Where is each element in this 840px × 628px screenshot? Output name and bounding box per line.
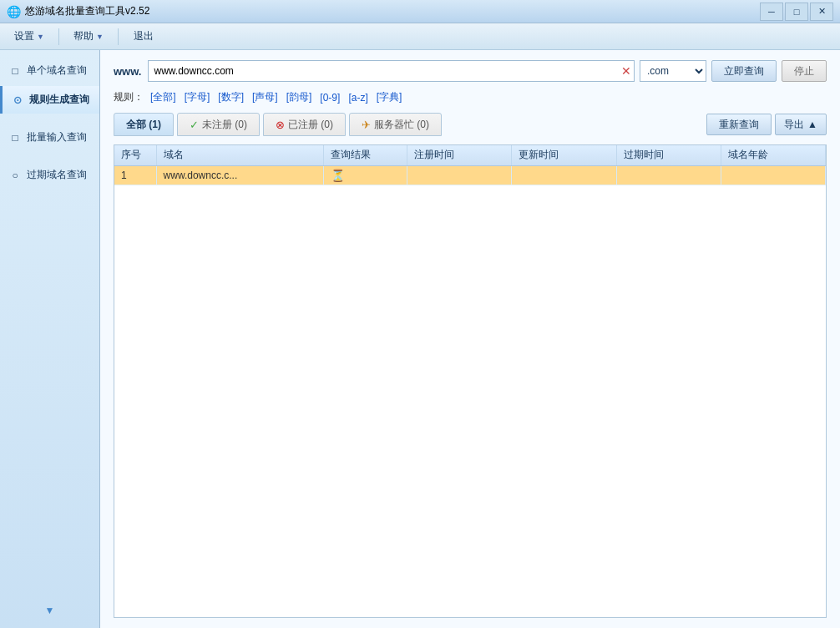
www-label: www.: [114, 65, 141, 78]
tab-all-label: 全部 (1): [126, 118, 161, 132]
col-header-update-time: 更新时间: [512, 145, 616, 165]
tab-registered[interactable]: ⊗ 已注册 (0): [263, 113, 346, 136]
requery-button[interactable]: 重新查询: [706, 114, 772, 135]
rule-gen-label: 规则生成查询: [29, 93, 89, 107]
table-header-row: 序号 域名 查询结果 注册时间 更新时间 过期时间 域名年龄: [114, 145, 826, 165]
tab-server-busy[interactable]: ✈ 服务器忙 (0): [349, 113, 442, 136]
rules-row: 规则： [全部] [字母] [数字] [声母] [韵母] [0-9] [a-z]…: [114, 90, 827, 104]
clear-input-icon[interactable]: ✕: [621, 65, 631, 77]
rule-number[interactable]: [数字]: [216, 90, 245, 104]
results-table: 序号 域名 查询结果 注册时间 更新时间 过期时间 域名年龄 1www.down…: [114, 145, 826, 185]
tab-unregistered[interactable]: ✓ 未注册 (0): [177, 113, 260, 136]
domain-input[interactable]: [148, 60, 635, 82]
settings-menu[interactable]: 设置 ▼: [7, 26, 52, 47]
tab-registered-label: 已注册 (0): [288, 118, 333, 132]
rules-label: 规则：: [114, 90, 144, 104]
col-header-result: 查询结果: [323, 145, 407, 165]
main-layout: □ 单个域名查询 ⊙ 规则生成查询 □ 批量输入查询 ○ 过期域名查询 ▼ ww…: [0, 50, 840, 628]
table-row[interactable]: 1www.downcc.c...⏳: [114, 165, 826, 185]
help-dropdown-arrow: ▼: [96, 33, 104, 41]
menu-bar: 设置 ▼ 帮助 ▼ 退出: [0, 23, 840, 50]
sidebar-item-expired-domain[interactable]: ○ 过期域名查询: [0, 161, 99, 189]
close-button[interactable]: ✕: [810, 3, 833, 21]
content-area: www. ✕ .com .net .org .cn .com.cn 立即查询 停…: [100, 50, 840, 628]
menu-separator-2: [118, 28, 119, 45]
sidebar: □ 单个域名查询 ⊙ 规则生成查询 □ 批量输入查询 ○ 过期域名查询 ▼: [0, 50, 100, 628]
loading-icon: ⏳: [331, 169, 345, 182]
window-controls: ─ □ ✕: [760, 3, 833, 21]
rule-final[interactable]: [韵母]: [285, 90, 314, 104]
registered-icon: ⊗: [276, 119, 285, 131]
help-menu[interactable]: 帮助 ▼: [66, 26, 111, 47]
results-table-wrapper: 序号 域名 查询结果 注册时间 更新时间 过期时间 域名年龄 1www.down…: [114, 144, 827, 618]
sidebar-item-single-domain[interactable]: □ 单个域名查询: [0, 57, 99, 84]
col-header-expire-time: 过期时间: [616, 145, 721, 165]
rule-09[interactable]: [0-9]: [318, 92, 342, 104]
tld-select[interactable]: .com .net .org .cn .com.cn: [640, 60, 706, 82]
table-body: 1www.downcc.c...⏳: [114, 165, 826, 185]
rule-dict[interactable]: [字典]: [375, 90, 404, 104]
app-title: 悠游域名批量查询工具v2.52: [25, 4, 149, 18]
single-domain-icon: □: [8, 64, 22, 78]
col-header-index: 序号: [114, 145, 156, 165]
menu-separator-1: [58, 28, 59, 45]
rule-initial[interactable]: [声母]: [250, 90, 280, 104]
search-row: www. ✕ .com .net .org .cn .com.cn 立即查询 停…: [114, 60, 827, 82]
col-header-reg-time: 注册时间: [407, 145, 512, 165]
query-button[interactable]: 立即查询: [711, 60, 777, 82]
sidebar-bottom: ▼: [0, 600, 99, 621]
rule-az[interactable]: [a-z]: [347, 92, 369, 104]
app-icon: 🌐: [7, 5, 20, 18]
col-header-age: 域名年龄: [721, 145, 825, 165]
tab-server-busy-label: 服务器忙 (0): [374, 118, 429, 132]
tabs-row: 全部 (1) ✓ 未注册 (0) ⊗ 已注册 (0) ✈ 服务器忙 (0) 重新…: [114, 113, 827, 136]
minimize-button[interactable]: ─: [760, 3, 783, 21]
tab-all[interactable]: 全部 (1): [114, 113, 174, 136]
export-label: 导出: [784, 118, 804, 132]
sidebar-scroll-arrow: ▼: [45, 605, 55, 616]
settings-label: 设置: [14, 29, 34, 43]
sidebar-item-rule-gen[interactable]: ⊙ 规则生成查询: [0, 86, 99, 114]
col-header-domain: 域名: [156, 145, 323, 165]
tab-unregistered-label: 未注册 (0): [202, 118, 247, 132]
batch-input-label: 批量输入查询: [27, 130, 87, 144]
exit-menu[interactable]: 退出: [125, 27, 162, 46]
check-icon: ✓: [190, 119, 199, 131]
export-arrow-icon: ▲: [807, 119, 817, 130]
rule-letter[interactable]: [字母]: [183, 90, 212, 104]
maximize-button[interactable]: □: [785, 3, 808, 21]
exit-label: 退出: [134, 30, 154, 42]
expired-domain-icon: ○: [8, 169, 22, 182]
settings-dropdown-arrow: ▼: [37, 33, 44, 41]
server-busy-icon: ✈: [362, 119, 371, 131]
title-bar: 🌐 悠游域名批量查询工具v2.52 ─ □ ✕: [0, 0, 840, 23]
expired-domain-label: 过期域名查询: [27, 168, 87, 182]
rule-all[interactable]: [全部]: [149, 90, 178, 104]
export-button[interactable]: 导出 ▲: [775, 114, 827, 135]
stop-button[interactable]: 停止: [782, 60, 827, 82]
batch-input-icon: □: [8, 131, 22, 144]
help-label: 帮助: [73, 29, 94, 43]
domain-input-wrapper: ✕: [148, 60, 635, 82]
sidebar-item-batch-input[interactable]: □ 批量输入查询: [0, 124, 99, 151]
rule-gen-icon: ⊙: [11, 94, 24, 107]
single-domain-label: 单个域名查询: [27, 63, 87, 78]
